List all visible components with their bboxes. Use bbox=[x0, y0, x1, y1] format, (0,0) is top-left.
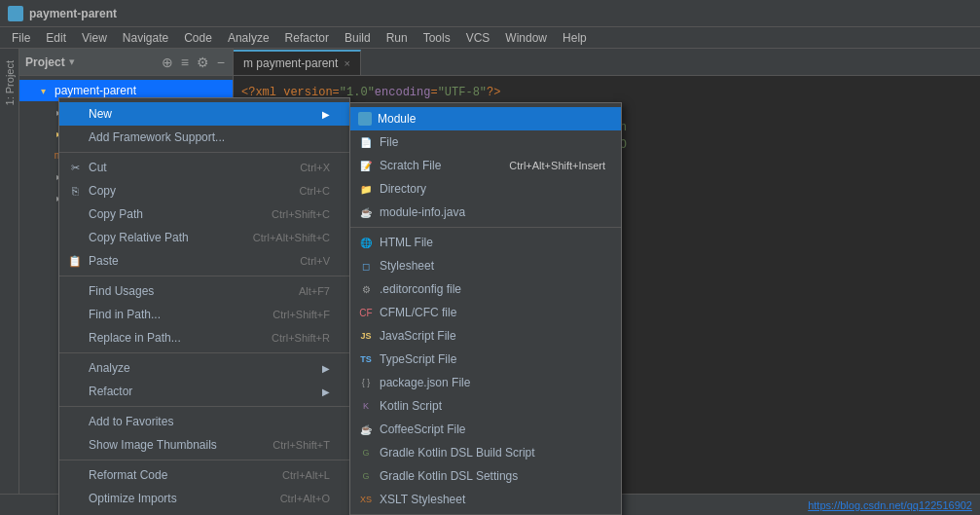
ctx-item-analyze[interactable]: Analyze ▶ bbox=[59, 356, 349, 380]
menu-item-analyze[interactable]: Analyze bbox=[220, 27, 277, 49]
menu-item-code[interactable]: Code bbox=[176, 27, 220, 49]
context-menu-overlay: New ▶ Module 📄 File 📝 Scratch File bbox=[58, 97, 350, 515]
ctx-item-label: Refactor bbox=[89, 385, 132, 398]
title-bar: payment-parent bbox=[0, 0, 980, 27]
menu-item-tools[interactable]: Tools bbox=[416, 27, 458, 49]
sub-item-label: TypeScript File bbox=[380, 352, 456, 366]
sub-item-file[interactable]: 📄 File bbox=[350, 130, 621, 154]
reformat-icon bbox=[67, 467, 83, 483]
ctx-item-add-favorites[interactable]: Add to Favorites bbox=[59, 410, 349, 433]
scratch-file-icon: 📝 bbox=[358, 158, 374, 173]
ctx-separator-4 bbox=[59, 406, 349, 407]
ctx-item-label: Copy Relative Path bbox=[89, 231, 189, 244]
menu-item-edit[interactable]: Edit bbox=[38, 27, 74, 49]
thumbnails-icon bbox=[67, 437, 83, 453]
sub-item-html[interactable]: 🌐 HTML File bbox=[350, 231, 621, 254]
menu-item-window[interactable]: Window bbox=[497, 27, 555, 49]
menu-item-navigate[interactable]: Navigate bbox=[115, 27, 176, 49]
ctx-item-refactor[interactable]: Refactor ▶ bbox=[59, 380, 349, 403]
ctx-item-find-in-path[interactable]: Find in Path... Ctrl+Shift+F bbox=[59, 303, 349, 326]
kotlin-icon: K bbox=[358, 398, 374, 414]
ctx-item-new[interactable]: New ▶ Module 📄 File 📝 Scratch File bbox=[59, 102, 349, 126]
sub-item-label: File bbox=[380, 135, 398, 149]
sub-item-editorconfig[interactable]: ⚙ .editorconfig file bbox=[350, 277, 621, 301]
sub-item-cfml[interactable]: CF CFML/CFC file bbox=[350, 301, 621, 324]
sub-item-label: Gradle Kotlin DSL Build Script bbox=[380, 446, 535, 460]
menu-item-vcs[interactable]: VCS bbox=[458, 27, 498, 49]
ctx-separator-1 bbox=[59, 152, 349, 153]
sub-item-gradle-settings[interactable]: G Gradle Kotlin DSL Settings bbox=[350, 464, 621, 488]
ctx-item-label: Copy bbox=[89, 184, 116, 198]
sub-item-directory[interactable]: 📁 Directory bbox=[350, 177, 621, 201]
main-layout: 1: Project Project ▾ ⊕ ≡ ⚙ − ▾ payment-p… bbox=[0, 49, 980, 515]
ctx-item-replace-in-path[interactable]: Replace in Path... Ctrl+Shift+R bbox=[59, 326, 349, 349]
context-menu: New ▶ Module 📄 File 📝 Scratch File bbox=[58, 97, 350, 515]
sub-item-scratch-file[interactable]: 📝 Scratch File Ctrl+Alt+Shift+Insert bbox=[350, 154, 621, 177]
project-toolbar: ⊕ ≡ ⚙ − bbox=[160, 55, 227, 70]
sub-item-package-json[interactable]: { } package.json File bbox=[350, 371, 621, 394]
ctx-item-copy-path[interactable]: Copy Path Ctrl+Shift+C bbox=[59, 202, 349, 226]
tab-close-button[interactable]: × bbox=[344, 57, 349, 69]
menu-item-build[interactable]: Build bbox=[337, 27, 379, 49]
ctx-item-cut[interactable]: ✂ Cut Ctrl+X bbox=[59, 156, 349, 179]
sub-item-label: Gradle Kotlin DSL Settings bbox=[380, 469, 518, 483]
ctx-item-label: Optimize Imports bbox=[89, 492, 177, 505]
sub-item-coffeescript[interactable]: ☕ CoffeeScript File bbox=[350, 418, 621, 441]
menu-item-view[interactable]: View bbox=[74, 27, 115, 49]
shortcut-label: Ctrl+Shift+C bbox=[272, 208, 330, 220]
sub-item-kotlin-script[interactable]: K Kotlin Script bbox=[350, 394, 621, 418]
sub-item-label: CFML/CFC file bbox=[380, 306, 456, 319]
sub-item-module[interactable]: Module bbox=[350, 107, 621, 130]
menu-item-help[interactable]: Help bbox=[555, 27, 595, 49]
ctx-item-label: Find Usages bbox=[89, 284, 154, 298]
ctx-item-add-framework[interactable]: Add Framework Support... bbox=[59, 126, 349, 149]
tab-label: m payment-parent bbox=[243, 56, 338, 70]
ctx-item-copy[interactable]: ⎘ Copy Ctrl+C bbox=[59, 179, 349, 202]
ctx-item-reformat[interactable]: Reformat Code Ctrl+Alt+L bbox=[59, 463, 349, 487]
sub-item-module-info[interactable]: ☕ module-info.java bbox=[350, 201, 621, 224]
sub-item-gradle-build[interactable]: G Gradle Kotlin DSL Build Script bbox=[350, 441, 621, 464]
editor-tab-payment-parent[interactable]: m payment-parent × bbox=[234, 50, 361, 75]
project-locate-icon[interactable]: ⊕ bbox=[160, 55, 175, 70]
ctx-item-copy-relative[interactable]: Copy Relative Path Ctrl+Alt+Shift+C bbox=[59, 226, 349, 249]
analyze-icon bbox=[67, 360, 83, 376]
sub-item-javascript[interactable]: JS JavaScript File bbox=[350, 324, 621, 348]
gradle-icon: G bbox=[358, 445, 374, 460]
project-side-tab[interactable]: 1: Project bbox=[2, 53, 18, 113]
project-settings-icon[interactable]: ⚙ bbox=[195, 55, 211, 70]
sub-separator-1 bbox=[350, 227, 621, 228]
module-icon bbox=[358, 112, 372, 126]
menu-item-file[interactable]: File bbox=[4, 27, 38, 49]
sub-item-stylesheet[interactable]: ◻ Stylesheet bbox=[350, 254, 621, 277]
ctx-item-label: Add to Favorites bbox=[89, 415, 173, 428]
copy-relative-icon bbox=[67, 230, 83, 245]
shortcut-label: Ctrl+Alt+Shift+Insert bbox=[509, 160, 605, 171]
tree-item-label: payment-parent bbox=[54, 84, 136, 97]
project-minimize-icon[interactable]: − bbox=[215, 55, 227, 70]
cfml-icon: CF bbox=[358, 305, 374, 320]
status-url[interactable]: https://blog.csdn.net/qq122516902 bbox=[808, 499, 972, 511]
sub-item-label: XSLT Stylesheet bbox=[380, 493, 465, 506]
sub-item-label: HTML File bbox=[380, 236, 433, 249]
shortcut-label: Ctrl+Shift+T bbox=[272, 439, 330, 451]
ctx-item-paste[interactable]: 📋 Paste Ctrl+V bbox=[59, 249, 349, 273]
menu-item-refactor[interactable]: Refactor bbox=[277, 27, 337, 49]
pkg-icon: { } bbox=[358, 375, 374, 390]
project-collapse-icon[interactable]: ≡ bbox=[179, 55, 191, 70]
ts-icon: TS bbox=[358, 351, 374, 367]
ctx-item-optimize-imports[interactable]: Optimize Imports Ctrl+Alt+O bbox=[59, 487, 349, 510]
sub-item-label: package.json File bbox=[380, 376, 470, 389]
optimize-icon bbox=[67, 491, 83, 506]
shortcut-label: Ctrl+Shift+F bbox=[272, 309, 330, 320]
project-panel-label: Project bbox=[25, 55, 65, 69]
ctx-item-find-usages[interactable]: Find Usages Alt+F7 bbox=[59, 279, 349, 303]
ctx-item-show-thumbnails[interactable]: Show Image Thumbnails Ctrl+Shift+T bbox=[59, 433, 349, 457]
sub-item-typescript[interactable]: TS TypeScript File bbox=[350, 348, 621, 371]
sub-item-xslt[interactable]: XS XSLT Stylesheet bbox=[350, 488, 621, 511]
ctx-item-label: Reformat Code bbox=[89, 468, 167, 482]
menu-item-run[interactable]: Run bbox=[379, 27, 416, 49]
ctx-item-remove-module[interactable]: Remove Module Delete bbox=[59, 510, 349, 515]
ctx-item-label: Show Image Thumbnails bbox=[89, 438, 217, 452]
submenu-arrow: ▶ bbox=[322, 109, 330, 120]
folder-icon: ▾ bbox=[35, 83, 51, 98]
